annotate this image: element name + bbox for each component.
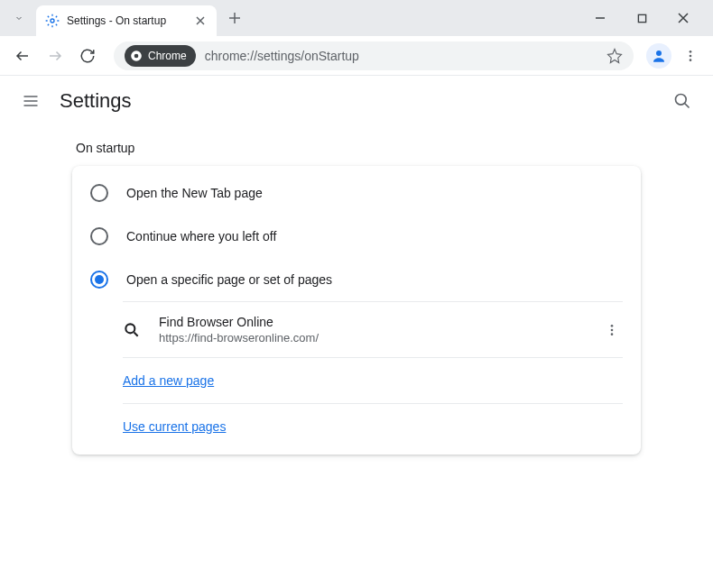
settings-search-button[interactable]	[670, 88, 695, 114]
svg-point-12	[611, 333, 614, 335]
tab-close-button[interactable]	[193, 14, 208, 28]
add-page-row: Add a new page	[123, 357, 623, 403]
startup-pages-section: Find Browser Online https://find-browser…	[123, 301, 623, 449]
browser-toolbar: Chrome chrome://settings/onStartup	[0, 36, 713, 76]
option-label: Open a specific page or set of pages	[126, 272, 332, 287]
section-label: On startup	[76, 141, 641, 155]
star-icon	[607, 48, 623, 64]
chrome-origin-chip: Chrome	[125, 45, 196, 67]
reload-icon	[79, 48, 96, 64]
svg-point-0	[51, 19, 54, 23]
arrow-left-icon	[14, 48, 31, 64]
radio-icon	[90, 184, 108, 202]
option-label: Open the New Tab page	[126, 186, 263, 200]
tab-search-dropdown[interactable]	[9, 5, 29, 31]
menu-icon	[22, 92, 40, 110]
svg-point-11	[611, 328, 614, 331]
search-icon	[673, 92, 691, 110]
option-specific-pages[interactable]: Open a specific page or set of pages	[72, 258, 641, 301]
use-current-row: Use current pages	[123, 403, 623, 449]
minimize-button[interactable]	[588, 6, 612, 30]
close-icon	[196, 16, 205, 25]
svg-point-8	[676, 95, 687, 106]
maximize-button[interactable]	[630, 6, 653, 30]
browser-menu-button[interactable]	[677, 42, 704, 69]
kebab-icon	[605, 323, 619, 337]
arrow-right-icon	[47, 48, 63, 64]
address-bar[interactable]: Chrome chrome://settings/onStartup	[114, 41, 634, 70]
startup-page-item: Find Browser Online https://find-browser…	[123, 302, 623, 357]
option-new-tab[interactable]: Open the New Tab page	[72, 171, 641, 215]
forward-button[interactable]	[42, 42, 69, 69]
startup-card: Open the New Tab page Continue where you…	[72, 166, 641, 455]
page-info: Find Browser Online https://find-browser…	[159, 315, 583, 345]
page-title: Settings	[60, 89, 132, 113]
svg-point-7	[690, 59, 692, 61]
use-current-link[interactable]: Use current pages	[123, 419, 226, 434]
page-name: Find Browser Online	[159, 315, 583, 329]
settings-header: Settings	[0, 76, 713, 126]
svg-point-4	[656, 51, 662, 56]
tab-title: Settings - On startup	[67, 14, 186, 27]
plus-icon	[228, 12, 241, 24]
window-titlebar: Settings - On startup	[0, 0, 713, 36]
svg-point-5	[690, 51, 692, 53]
settings-content: On startup Open the New Tab page Continu…	[0, 126, 713, 473]
window-controls	[588, 6, 704, 30]
maximize-icon	[637, 14, 647, 23]
gear-icon	[45, 14, 60, 28]
kebab-icon	[683, 49, 698, 63]
radio-icon	[90, 227, 108, 245]
browser-tab[interactable]: Settings - On startup	[36, 5, 217, 36]
close-icon	[678, 13, 689, 23]
minimize-icon	[595, 13, 606, 23]
svg-rect-1	[638, 14, 645, 22]
svg-point-10	[611, 325, 614, 327]
chrome-logo-icon	[130, 50, 143, 62]
magnifier-icon	[123, 321, 141, 339]
bookmark-button[interactable]	[607, 48, 623, 64]
profile-avatar[interactable]	[646, 43, 671, 69]
person-icon	[651, 48, 667, 64]
add-page-link[interactable]: Add a new page	[123, 373, 214, 388]
chevron-down-icon	[14, 13, 24, 23]
page-actions-button[interactable]	[601, 319, 623, 341]
page-url: https://find-browseronline.com/	[159, 331, 583, 345]
hamburger-menu-button[interactable]	[18, 88, 43, 114]
close-window-button[interactable]	[671, 6, 695, 30]
reload-button[interactable]	[74, 42, 101, 69]
new-tab-button[interactable]	[222, 5, 247, 31]
option-continue[interactable]: Continue where you left off	[72, 215, 641, 258]
svg-point-9	[125, 324, 134, 333]
url-text: chrome://settings/onStartup	[205, 49, 359, 63]
chrome-chip-label: Chrome	[148, 50, 187, 62]
svg-point-3	[134, 53, 139, 58]
svg-point-6	[690, 54, 692, 57]
radio-icon-selected	[90, 271, 108, 289]
back-button[interactable]	[9, 42, 36, 69]
option-label: Continue where you left off	[126, 229, 276, 243]
